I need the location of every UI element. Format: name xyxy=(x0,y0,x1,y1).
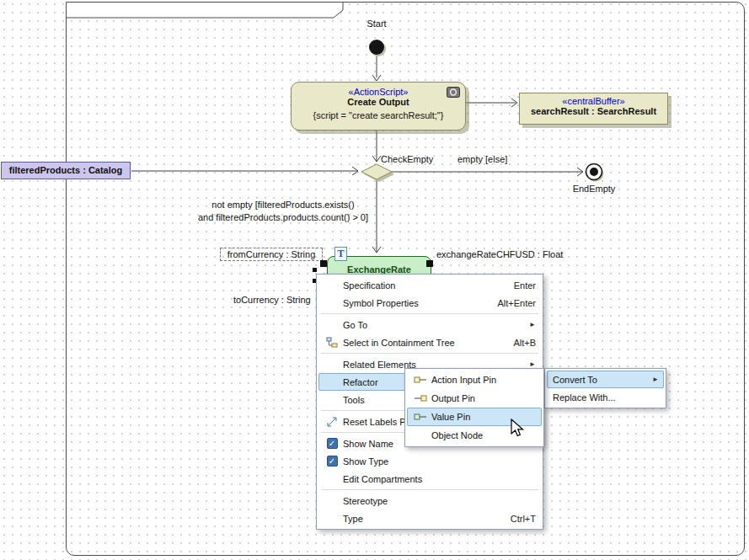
menu-separator xyxy=(321,489,538,490)
empty-guard-label[interactable]: empty [else] xyxy=(457,154,507,164)
menu-item-edit-compartments[interactable]: Edit Compartments xyxy=(318,470,541,488)
menu-separator xyxy=(321,353,538,354)
refactor-submenu: Convert To ► Replace With... xyxy=(544,368,666,408)
action-input-pin-icon xyxy=(414,376,427,384)
submenu-arrow-icon: ► xyxy=(519,321,536,328)
central-buffer-stereotype: «centralBuffer» xyxy=(520,96,667,106)
menu-item-replace-with[interactable]: Replace With... xyxy=(547,388,664,406)
menu-item-select-in-containment-tree[interactable]: Select in Containment Tree Alt+B xyxy=(318,333,541,351)
behavior-badge-icon xyxy=(447,87,460,98)
menu-item-show-type[interactable]: ✓ Show Type xyxy=(318,452,541,470)
submenu-arrow-icon: ► xyxy=(519,360,536,368)
submenu-arrow-icon: ► xyxy=(642,376,659,383)
pin-label-from-currency[interactable]: fromCurrency : String xyxy=(220,248,323,261)
menu-item-specification[interactable]: Specification Enter xyxy=(318,276,541,294)
action-create-output[interactable]: «ActionScript» Create Output {script = "… xyxy=(291,82,466,131)
create-output-script: {script = "create searchResult;"} xyxy=(292,110,465,120)
frame-tab-shape xyxy=(66,2,344,19)
end-node-label[interactable]: EndEmpty xyxy=(552,184,636,194)
menu-item-convert-to[interactable]: Convert To ► xyxy=(547,371,664,388)
shortcut-label: Ctrl+T xyxy=(492,514,536,524)
diagram-canvas: activity Activity Diagram Calculations [… xyxy=(0,0,749,560)
pin-label-exchange-rate-out[interactable]: exchangeRateCHFUSD : Float xyxy=(436,249,563,259)
menu-item-stereotype[interactable]: Stereotype xyxy=(318,492,541,509)
reset-labels-icon xyxy=(326,416,338,428)
menu-item-go-to[interactable]: Go To ► xyxy=(318,316,541,333)
pin-label-to-currency[interactable]: toCurrency : String xyxy=(233,295,311,305)
central-buffer-search-result[interactable]: «centralBuffer» searchResult : SearchRes… xyxy=(519,93,668,125)
output-pin-icon xyxy=(414,394,427,403)
menu-item-output-pin[interactable]: Output Pin xyxy=(407,389,542,408)
checkbox-checked-icon[interactable]: ✓ xyxy=(327,456,338,467)
shortcut-label: Alt+B xyxy=(495,338,536,348)
value-pin-icon xyxy=(414,413,427,421)
decision-label[interactable]: CheckEmpty xyxy=(381,154,433,164)
shortcut-label: Enter xyxy=(495,280,536,291)
menu-separator xyxy=(321,313,538,314)
shortcut-label: Alt+Enter xyxy=(479,298,536,308)
guard-line-2: and filteredProducts.products.count() > … xyxy=(173,211,393,224)
create-output-stereotype: «ActionScript» xyxy=(292,87,465,97)
containment-tree-icon xyxy=(326,337,338,349)
frame-header-tab[interactable] xyxy=(66,2,344,19)
create-output-title: Create Output xyxy=(292,97,465,107)
text-tool-button[interactable]: T xyxy=(334,247,347,261)
menu-item-action-input-pin[interactable]: Action Input Pin xyxy=(407,371,542,389)
menu-item-symbol-properties[interactable]: Symbol Properties Alt+Enter xyxy=(318,294,541,312)
object-node-filtered-products[interactable]: filteredProducts : Catalog xyxy=(1,162,131,179)
not-empty-guard-label[interactable]: not empty [filteredProducts.exists() and… xyxy=(173,199,393,224)
checkbox-checked-icon[interactable]: ✓ xyxy=(327,438,338,449)
selection-handle[interactable] xyxy=(313,268,317,272)
output-pin-exchange-rate[interactable] xyxy=(426,260,433,267)
input-pin-from-currency[interactable] xyxy=(320,260,327,267)
menu-item-type[interactable]: Type Ctrl+T xyxy=(318,509,541,527)
guard-line-1: not empty [filteredProducts.exists() xyxy=(173,199,393,211)
central-buffer-title: searchResult : SearchResult xyxy=(520,106,667,116)
start-node-label[interactable]: Start xyxy=(334,19,419,29)
mouse-cursor xyxy=(510,419,525,439)
